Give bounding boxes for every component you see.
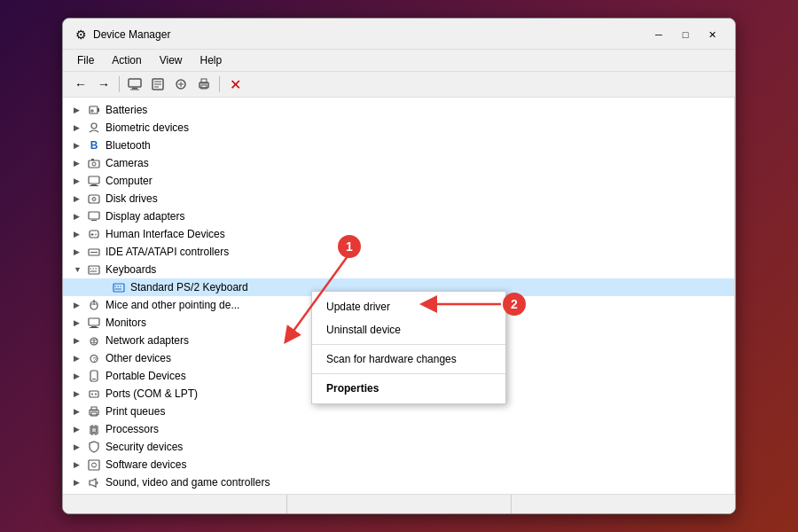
bluetooth-label: Bluetooth xyxy=(106,139,151,152)
tree-item-biometric[interactable]: ▶ Biometric devices xyxy=(63,119,734,137)
computer-icon xyxy=(86,174,102,188)
ctx-properties[interactable]: Properties xyxy=(312,377,505,400)
svg-rect-49 xyxy=(89,318,99,325)
status-bar xyxy=(63,494,735,513)
chevron-keyboards: ▼ xyxy=(74,265,86,274)
ps2keyboard-icon xyxy=(111,280,127,294)
diskdrives-icon xyxy=(86,192,102,206)
menu-help[interactable]: Help xyxy=(193,51,230,69)
computer-label: Computer xyxy=(106,175,153,187)
chevron-batteries: ▶ xyxy=(74,106,86,114)
ctx-uninstall-device[interactable]: Uninstall device xyxy=(312,318,505,341)
displayadapters-label: Display adapters xyxy=(106,210,184,223)
properties-btn[interactable] xyxy=(147,74,168,94)
maximize-button[interactable]: □ xyxy=(673,26,698,43)
tree-item-securitydevices[interactable]: ▶ Security devices xyxy=(63,438,734,456)
delete-btn[interactable]: ✕ xyxy=(224,74,246,94)
softwaredevices-label: Software devices xyxy=(106,458,186,471)
toolbar: ← → ✕ xyxy=(63,72,735,98)
menu-file[interactable]: File xyxy=(70,51,101,69)
svg-rect-27 xyxy=(89,212,99,219)
tree-item-printqueues[interactable]: ▶ Print queues xyxy=(63,403,734,420)
hid-label: Human Interface Devices xyxy=(106,228,225,240)
chevron-processors: ▶ xyxy=(74,425,86,434)
print-btn[interactable] xyxy=(193,74,215,94)
tree-item-ide[interactable]: ▶ IDE ATA/ATAPI controllers xyxy=(63,243,734,261)
tree-item-bluetooth[interactable]: ▶ B Bluetooth xyxy=(63,137,734,154)
chevron-hid: ▶ xyxy=(74,230,86,239)
tree-item-diskdrives[interactable]: ▶ Disk drives xyxy=(63,190,734,207)
svg-rect-70 xyxy=(89,460,99,470)
svg-rect-35 xyxy=(89,266,99,274)
svg-rect-58 xyxy=(90,391,98,397)
window-title: Device Manager xyxy=(93,28,170,41)
chevron-cameras: ▶ xyxy=(74,159,86,168)
tree-item-displayadapters[interactable]: ▶ Display adapters xyxy=(63,207,734,225)
tree-item-soundvideo[interactable]: ▶ Sound, video and game controllers xyxy=(63,473,734,491)
annotation-bubble-1: 1 xyxy=(338,235,361,258)
back-button[interactable]: ← xyxy=(70,74,91,94)
chevron-ide: ▶ xyxy=(74,247,86,256)
otherdevices-label: Other devices xyxy=(106,352,171,364)
svg-rect-28 xyxy=(91,220,97,221)
ide-label: IDE ATA/ATAPI controllers xyxy=(106,246,229,258)
svg-point-71 xyxy=(92,463,97,467)
ctx-scan-hardware[interactable]: Scan for hardware changes xyxy=(312,348,505,371)
ctx-update-driver[interactable]: Update driver xyxy=(312,295,505,318)
tree-item-storagecontrollers[interactable]: ▶ Storage controllers xyxy=(63,491,734,494)
chevron-diskdrives: ▶ xyxy=(74,194,86,203)
displayadapters-icon xyxy=(86,209,102,223)
chevron-portabledevices: ▶ xyxy=(74,372,86,380)
batteries-icon xyxy=(86,103,102,117)
svg-text:?: ? xyxy=(93,356,98,364)
minimize-button[interactable]: ─ xyxy=(646,26,671,43)
annotation-bubble-2: 2 xyxy=(503,293,526,316)
tree-item-keyboards[interactable]: ▼ Keyboards xyxy=(63,261,734,278)
svg-rect-2 xyxy=(130,90,139,90)
computer-icon-btn[interactable] xyxy=(124,74,145,94)
chevron-biometric: ▶ xyxy=(74,123,86,132)
svg-marker-72 xyxy=(90,479,96,487)
chevron-ports: ▶ xyxy=(74,389,86,398)
svg-point-19 xyxy=(92,162,96,166)
menu-view[interactable]: View xyxy=(153,51,190,69)
forward-button[interactable]: → xyxy=(93,74,114,94)
biometric-icon xyxy=(86,121,102,135)
chevron-bluetooth: ▶ xyxy=(74,141,86,150)
chevron-securitydevices: ▶ xyxy=(74,442,86,451)
title-bar: ⚙ Device Manager ─ □ ✕ xyxy=(63,19,735,50)
chevron-displayadapters: ▶ xyxy=(74,212,86,221)
scan-btn[interactable] xyxy=(170,74,192,94)
tree-item-computer[interactable]: ▶ Computer xyxy=(63,172,734,190)
context-menu: Update driver Uninstall device Scan for … xyxy=(311,291,506,404)
tree-item-softwaredevices[interactable]: ▶ Software devices xyxy=(63,456,734,473)
portabledevices-label: Portable Devices xyxy=(106,370,186,382)
ps2keyboard-label: Standard PS/2 Keyboard xyxy=(130,281,248,293)
svg-point-26 xyxy=(93,198,94,199)
keyboards-icon xyxy=(86,262,102,277)
content-area: ▶ Batteries ▶ Biometric devices ▶ xyxy=(63,98,735,494)
svg-rect-13 xyxy=(90,106,98,113)
keyboards-label: Keyboards xyxy=(106,263,156,276)
ctx-separator-2 xyxy=(312,373,505,374)
ctx-separator xyxy=(312,344,505,345)
tree-item-hid[interactable]: ▶ Human Interface Devices xyxy=(63,225,734,243)
svg-rect-50 xyxy=(91,326,97,327)
chevron-networkadapters: ▶ xyxy=(74,336,86,345)
title-controls: ─ □ ✕ xyxy=(646,26,724,43)
svg-rect-20 xyxy=(91,159,94,160)
close-button[interactable]: ✕ xyxy=(700,26,724,43)
tree-item-processors[interactable]: ▶ Processors xyxy=(63,420,734,438)
device-manager-window: ⚙ Device Manager ─ □ ✕ File Action View … xyxy=(62,18,736,514)
networkadapters-icon xyxy=(86,333,102,348)
chevron-computer: ▶ xyxy=(74,176,86,185)
menu-action[interactable]: Action xyxy=(105,51,148,69)
processors-label: Processors xyxy=(106,423,159,435)
tree-item-batteries[interactable]: ▶ Batteries xyxy=(63,101,734,119)
mice-label: Mice and other pointing de... xyxy=(106,299,239,311)
svg-rect-18 xyxy=(89,160,99,168)
svg-rect-56 xyxy=(90,371,98,381)
chevron-softwaredevices: ▶ xyxy=(74,460,86,469)
tree-item-cameras[interactable]: ▶ Cameras xyxy=(63,154,734,172)
hid-icon xyxy=(86,227,102,241)
